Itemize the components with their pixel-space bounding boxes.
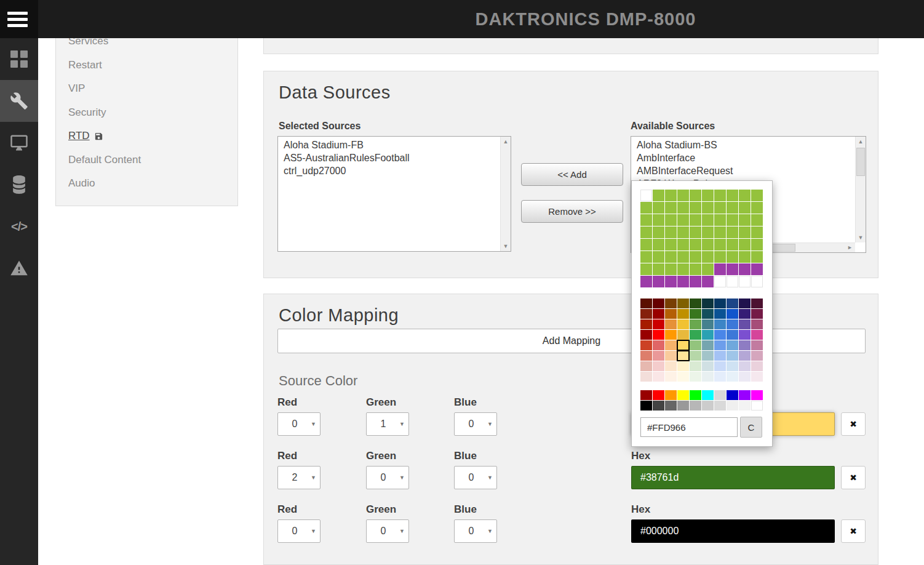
color-swatch[interactable]	[665, 390, 677, 400]
color-swatch[interactable]	[677, 263, 689, 275]
color-swatch[interactable]	[640, 276, 652, 287]
color-swatch[interactable]	[702, 276, 714, 287]
color-swatch[interactable]	[702, 390, 714, 400]
color-swatch[interactable]	[665, 226, 677, 238]
picker-hex-input[interactable]	[640, 417, 738, 437]
menu-item-default-content[interactable]: Default Content	[56, 148, 237, 172]
color-swatch[interactable]	[665, 330, 677, 340]
color-swatch[interactable]	[677, 226, 689, 238]
color-swatch[interactable]	[665, 276, 677, 287]
remove-source-button[interactable]: Remove >>	[521, 200, 623, 223]
color-swatch[interactable]	[702, 226, 714, 238]
green-select[interactable]: 0▼	[366, 466, 409, 489]
remove-mapping-button[interactable]: ✖	[841, 412, 866, 436]
color-swatch[interactable]	[665, 361, 677, 371]
color-swatch[interactable]	[665, 190, 677, 201]
blue-select[interactable]: 0▼	[454, 519, 497, 543]
color-swatch[interactable]	[727, 401, 738, 411]
color-swatch[interactable]	[727, 361, 738, 371]
color-swatch[interactable]	[640, 351, 652, 361]
color-swatch[interactable]	[677, 239, 689, 250]
color-swatch[interactable]	[727, 251, 738, 263]
color-swatch[interactable]	[714, 276, 726, 287]
color-swatch[interactable]	[751, 276, 763, 287]
scroll-up-arrow[interactable]: ▲	[501, 137, 511, 146]
color-swatch[interactable]	[714, 263, 726, 275]
scroll-right-arrow[interactable]: ►	[845, 243, 854, 252]
color-swatch[interactable]	[653, 372, 664, 382]
menu-icon[interactable]	[0, 0, 38, 38]
color-swatch[interactable]	[714, 330, 726, 340]
color-swatch[interactable]	[751, 190, 763, 201]
color-swatch[interactable]	[690, 372, 701, 382]
color-swatch[interactable]	[714, 319, 726, 329]
color-swatch[interactable]	[714, 299, 726, 308]
color-swatch[interactable]	[751, 226, 763, 238]
color-swatch[interactable]	[727, 276, 738, 287]
color-swatch[interactable]	[739, 214, 751, 226]
hex-value-field[interactable]: #38761d	[631, 466, 835, 489]
color-swatch[interactable]	[751, 319, 763, 329]
color-swatch[interactable]	[714, 401, 726, 411]
color-swatch[interactable]	[702, 202, 714, 214]
color-swatch[interactable]	[751, 330, 763, 340]
color-swatch[interactable]	[727, 299, 738, 308]
list-item[interactable]: Aloha Stadium-FB	[278, 138, 500, 151]
color-swatch[interactable]	[653, 401, 664, 411]
color-swatch[interactable]	[690, 401, 701, 411]
color-swatch[interactable]	[653, 390, 664, 400]
color-swatch[interactable]	[640, 361, 652, 371]
color-swatch[interactable]	[665, 401, 677, 411]
color-swatch[interactable]	[653, 309, 664, 319]
color-swatch[interactable]	[640, 214, 652, 226]
color-swatch[interactable]	[690, 390, 701, 400]
color-swatch[interactable]	[727, 319, 738, 329]
color-swatch[interactable]	[739, 340, 751, 350]
color-swatch[interactable]	[702, 309, 714, 319]
green-select[interactable]: 1▼	[366, 412, 409, 436]
color-swatch[interactable]	[677, 361, 689, 371]
color-swatch[interactable]	[653, 239, 664, 250]
color-swatch[interactable]	[751, 239, 763, 250]
color-swatch[interactable]	[714, 309, 726, 319]
color-swatch[interactable]	[640, 202, 652, 214]
add-mapping-button[interactable]: Add Mapping	[277, 329, 866, 353]
color-swatch[interactable]	[677, 309, 689, 319]
color-swatch[interactable]	[751, 390, 763, 400]
color-swatch[interactable]	[702, 351, 714, 361]
color-swatch[interactable]	[677, 401, 689, 411]
sidebar-item-code[interactable]: </>	[0, 206, 38, 247]
color-swatch[interactable]	[640, 251, 652, 263]
color-swatch[interactable]	[702, 330, 714, 340]
sidebar-item-display[interactable]	[0, 122, 38, 164]
color-swatch[interactable]	[702, 299, 714, 308]
list-item[interactable]: AS5-AustralianRulesFootball	[278, 151, 500, 164]
color-swatch[interactable]	[640, 372, 652, 382]
color-swatch[interactable]	[702, 401, 714, 411]
hex-value-field[interactable]: #000000	[631, 519, 835, 543]
color-swatch[interactable]	[702, 251, 714, 263]
color-swatch[interactable]	[714, 351, 726, 361]
color-swatch[interactable]	[702, 361, 714, 371]
color-swatch[interactable]	[702, 372, 714, 382]
color-swatch[interactable]	[653, 190, 664, 201]
color-swatch[interactable]	[739, 276, 751, 287]
color-swatch[interactable]	[690, 309, 701, 319]
color-swatch[interactable]	[640, 263, 652, 275]
menu-item-audio[interactable]: Audio	[56, 172, 237, 196]
color-swatch[interactable]	[690, 340, 701, 350]
color-swatch[interactable]	[653, 202, 664, 214]
sidebar-item-data[interactable]	[0, 164, 38, 206]
menu-item-vip[interactable]: VIP	[56, 77, 237, 101]
color-swatch[interactable]	[751, 299, 763, 308]
sidebar-item-alerts[interactable]	[0, 247, 38, 289]
color-swatch[interactable]	[690, 263, 701, 275]
color-swatch[interactable]	[690, 202, 701, 214]
color-swatch[interactable]	[677, 330, 689, 340]
color-swatch[interactable]	[751, 309, 763, 319]
color-swatch[interactable]	[640, 309, 652, 319]
color-swatch[interactable]	[653, 263, 664, 275]
green-select[interactable]: 0▼	[366, 519, 409, 543]
selected-sources-scrollbar[interactable]: ▲ ▼	[500, 137, 511, 251]
color-swatch[interactable]	[727, 214, 738, 226]
